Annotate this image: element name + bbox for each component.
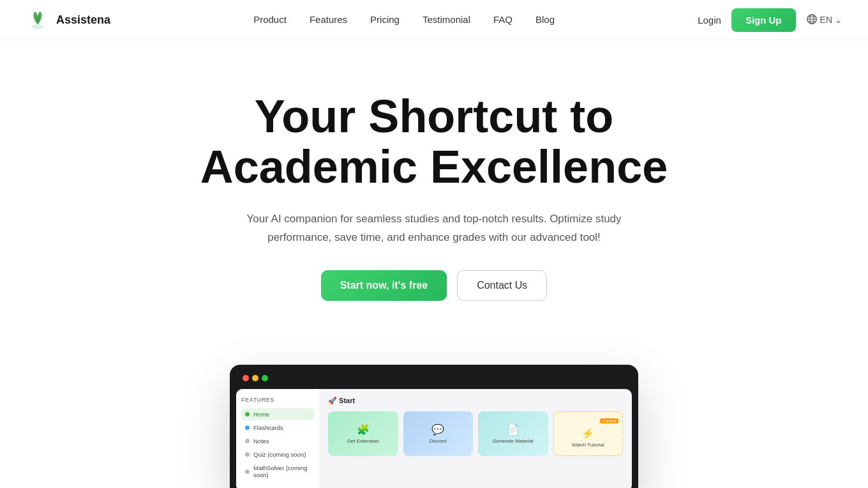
material-icon: 📄 xyxy=(507,423,520,436)
navbar: Assistena Product Features Pricing Testi… xyxy=(0,0,868,40)
nav-right: Login Sign Up EN ⌄ xyxy=(698,8,842,32)
hero-title-line2: Academic Excellence xyxy=(200,141,668,192)
minimize-dot xyxy=(252,375,258,381)
start-free-button[interactable]: Start now, it's free xyxy=(321,270,447,301)
brand-logo[interactable]: Assistena xyxy=(26,8,110,32)
close-dot xyxy=(243,375,249,381)
hero-section: Your Shortcut to Academic Excellence You… xyxy=(115,40,753,326)
mockup-card-tutorial: Coming ⚡ Watch Tutorial xyxy=(553,411,624,456)
sidebar-dot-home xyxy=(245,412,250,416)
discord-icon: 💬 xyxy=(431,423,444,436)
logo-icon xyxy=(26,8,50,32)
sidebar-notes: Notes xyxy=(241,435,314,447)
mockup-card-material: 📄 Generate Material xyxy=(478,411,548,456)
mockup-main: 🚀 Start 🧩 Get Extension 💬 Discord 📄 Gene… xyxy=(319,389,632,488)
sidebar-dot-quiz xyxy=(245,452,250,457)
nav-blog[interactable]: Blog xyxy=(535,14,555,25)
sidebar-dot-mathsolver xyxy=(245,469,250,474)
login-link[interactable]: Login xyxy=(698,15,721,26)
mockup-topbar xyxy=(236,371,632,385)
mockup-screen: Features Home Flashcards Notes Quiz (com… xyxy=(236,389,632,488)
mockup-sidebar: Features Home Flashcards Notes Quiz (com… xyxy=(236,389,319,488)
hero-cta-group: Start now, it's free Contact Us xyxy=(140,270,728,301)
maximize-dot xyxy=(262,375,268,381)
hero-title: Your Shortcut to Academic Excellence xyxy=(140,91,728,192)
hero-title-line1: Your Shortcut to xyxy=(255,91,614,142)
mockup-card-extension: 🧩 Get Extension xyxy=(328,411,398,456)
extension-icon: 🧩 xyxy=(357,423,370,436)
svg-point-0 xyxy=(32,25,44,30)
sidebar-quiz: Quiz (coming soon) xyxy=(241,448,314,461)
window-controls xyxy=(243,375,268,381)
nav-product[interactable]: Product xyxy=(253,14,287,25)
contact-us-button[interactable]: Contact Us xyxy=(457,270,547,301)
hero-subtitle: Your AI companion for seamless studies a… xyxy=(236,210,632,247)
mockup-main-title: 🚀 Start xyxy=(328,397,623,405)
language-selector[interactable]: EN ⌄ xyxy=(806,13,842,27)
product-mockup-section: Features Home Flashcards Notes Quiz (com… xyxy=(0,326,868,488)
mockup-card-discord: 💬 Discord xyxy=(403,411,474,456)
sidebar-mathsolver: MathSolver (coming soon) xyxy=(241,462,314,481)
nav-testimonial[interactable]: Testimonial xyxy=(423,14,470,25)
nav-features[interactable]: Features xyxy=(310,14,347,25)
sidebar-flashcards: Flashcards xyxy=(241,422,314,434)
mockup-window: Features Home Flashcards Notes Quiz (com… xyxy=(230,365,638,488)
tutorial-icon: ⚡ xyxy=(581,427,594,439)
brand-name: Assistena xyxy=(56,13,110,27)
sidebar-home: Home xyxy=(241,408,314,420)
lang-label: EN xyxy=(820,15,832,25)
coming-badge: Coming xyxy=(600,418,618,423)
chevron-down-icon: ⌄ xyxy=(835,15,842,25)
mockup-sidebar-title: Features xyxy=(241,397,314,403)
mockup-cards-grid: 🧩 Get Extension 💬 Discord 📄 Generate Mat… xyxy=(328,411,623,456)
sidebar-dot-notes xyxy=(245,439,250,443)
nav-faq[interactable]: FAQ xyxy=(493,14,513,25)
nav-pricing[interactable]: Pricing xyxy=(370,14,400,25)
globe-icon xyxy=(806,13,818,27)
nav-links: Product Features Pricing Testimonial FAQ… xyxy=(253,14,555,26)
sidebar-dot-flashcards xyxy=(245,425,250,430)
signup-button[interactable]: Sign Up xyxy=(731,8,796,32)
